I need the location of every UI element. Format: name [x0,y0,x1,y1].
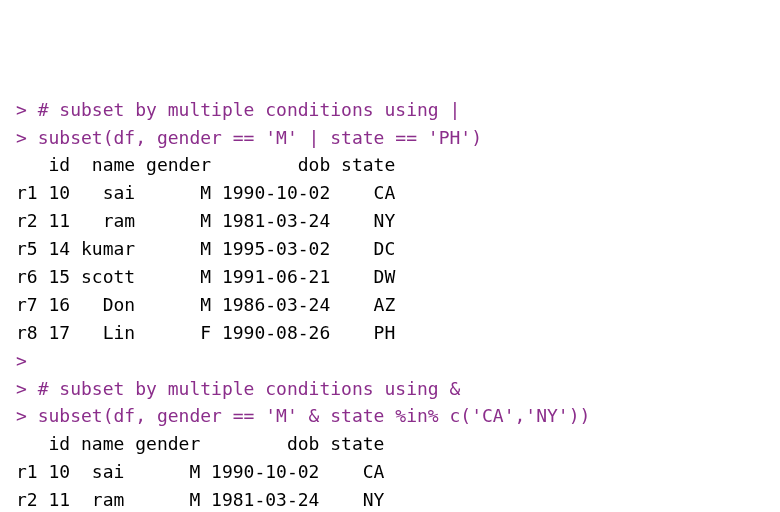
console-command-line: > subset(df, gender == 'M' & state %in% … [16,402,764,430]
r-console-output: > # subset by multiple conditions using … [16,96,764,512]
console-output-line: r2 11 ram M 1981-03-24 NY [16,207,764,235]
console-output-line: id name gender dob state [16,430,764,458]
console-output-line: r1 10 sai M 1990-10-02 CA [16,179,764,207]
console-output-line: r5 14 kumar M 1995-03-02 DC [16,235,764,263]
console-command-line: > [16,347,764,375]
console-command-line: > subset(df, gender == 'M' | state == 'P… [16,124,764,152]
console-output-line: r1 10 sai M 1990-10-02 CA [16,458,764,486]
console-output-line: r7 16 Don M 1986-03-24 AZ [16,291,764,319]
console-command-line: > # subset by multiple conditions using … [16,96,764,124]
console-output-line: r8 17 Lin F 1990-08-26 PH [16,319,764,347]
console-output-line: r6 15 scott M 1991-06-21 DW [16,263,764,291]
console-output-line: r2 11 ram M 1981-03-24 NY [16,486,764,512]
console-output-line: id name gender dob state [16,151,764,179]
console-command-line: > # subset by multiple conditions using … [16,375,764,403]
